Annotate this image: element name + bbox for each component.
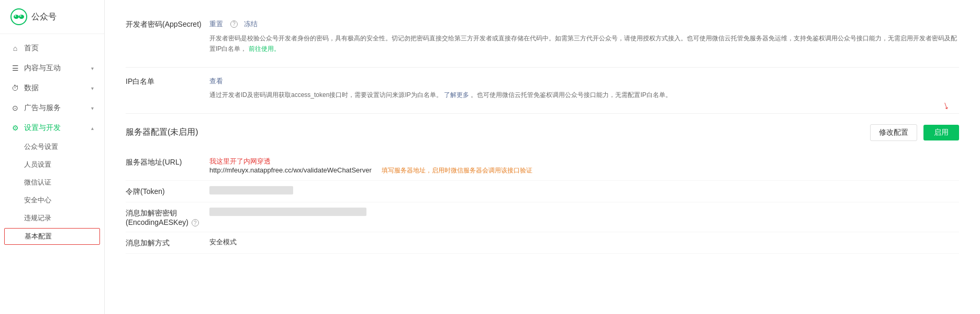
appsecret-link[interactable]: 前往使用。 <box>249 45 280 52</box>
server-url-value: 我这里开了内网穿透 http://mfeuyx.natappfree.cc/wx… <box>209 157 959 175</box>
home-icon: ⌂ <box>10 44 20 53</box>
content-area: 开发者密码(AppSecret) 重置 ? 冻结 开发者密码是校验公众号开发者身… <box>105 0 980 314</box>
server-config-title: 服务器配置(未启用) <box>126 127 198 138</box>
encoding-key-label-text: 消息加解密密钥(EncodingAESKey) <box>126 209 188 226</box>
sidebar-item-settings[interactable]: ⚙ 设置与开发 ▴ <box>0 118 104 138</box>
sidebar-item-violation-label: 违规记录 <box>24 213 51 223</box>
appsecret-actions: 重置 ? 冻结 <box>209 19 959 30</box>
server-url-row: 服务器地址(URL) 我这里开了内网穿透 http://mfeuyx.natap… <box>126 151 959 181</box>
sidebar-item-basic-config-label: 基本配置 <box>25 232 52 241</box>
sidebar-item-staff-settings[interactable]: 人员设置 <box>0 156 104 174</box>
chevron-up-icon: ▴ <box>91 125 94 131</box>
enable-button[interactable]: 启用 <box>923 125 959 140</box>
svg-point-1 <box>14 15 19 19</box>
encoding-help-icon[interactable]: ? <box>192 219 199 226</box>
svg-point-2 <box>19 15 24 19</box>
appsecret-section: 开发者密码(AppSecret) 重置 ? 冻结 开发者密码是校验公众号开发者身… <box>126 10 959 68</box>
logo-text: 公众号 <box>31 12 57 23</box>
content-icon: ☰ <box>10 63 20 73</box>
ads-icon: ⊙ <box>10 103 20 113</box>
sidebar-item-security[interactable]: 安全中心 <box>0 191 104 209</box>
logo-icon <box>10 8 27 25</box>
ip-whitelist-desc: 通过开发者ID及密码调用获取access_token接口时，需要设置访问来源IP… <box>209 90 959 100</box>
appsecret-label: 开发者密码(AppSecret) <box>126 19 209 29</box>
learn-more-link[interactable]: 了解更多 <box>444 91 469 99</box>
help-icon[interactable]: ? <box>230 20 238 28</box>
ip-whitelist-desc2: 。也可使用微信云托管免鉴权调用公众号接口能力，无需配置IP白名单。 <box>471 91 671 99</box>
sidebar-item-basic-config[interactable]: 基本配置 <box>4 228 100 245</box>
sidebar-item-ads-label: 广告与服务 <box>24 103 61 113</box>
token-label: 令牌(Token) <box>126 186 209 197</box>
logo-area: 公众号 <box>0 0 104 34</box>
view-whitelist-link[interactable]: 查看 <box>209 76 223 87</box>
ip-whitelist-desc-text: 通过开发者ID及密码调用获取access_token接口时，需要设置访问来源IP… <box>209 91 442 99</box>
server-header-actions: 修改配置 ↓ 启用 <box>870 124 959 141</box>
reset-link[interactable]: 重置 <box>209 19 223 30</box>
chevron-down-icon: ▾ <box>91 85 94 91</box>
encoding-key-blurred <box>209 208 366 216</box>
svg-point-3 <box>15 15 16 16</box>
sidebar-item-violation[interactable]: 违规记录 <box>0 209 104 227</box>
sidebar-item-account-settings[interactable]: 公众号设置 <box>0 138 104 156</box>
server-url-label: 服务器地址(URL) <box>126 157 209 167</box>
decrypt-mode-row: 消息加解方式 安全模式 <box>126 232 959 254</box>
url-hint-orange: 填写服务器地址，启用时微信服务器会调用该接口验证 <box>382 167 532 174</box>
appsecret-row: 开发者密码(AppSecret) 重置 ? 冻结 开发者密码是校验公众号开发者身… <box>126 19 959 55</box>
sidebar-item-content[interactable]: ☰ 内容与互动 ▾ <box>0 58 104 78</box>
sidebar: 公众号 ⌂ 首页 ☰ 内容与互动 ▾ ⏱ 数据 ▾ ⊙ 广告与服务 ▾ ⚙ 设置… <box>0 0 105 314</box>
appsecret-content: 重置 ? 冻结 开发者密码是校验公众号开发者身份的密码，具有极高的安全性。切记勿… <box>209 19 959 55</box>
appsecret-desc: 开发者密码是校验公众号开发者身份的密码，具有极高的安全性。切记勿把密码直接交给第… <box>209 33 959 55</box>
sidebar-item-data[interactable]: ⏱ 数据 ▾ <box>0 78 104 98</box>
sidebar-item-wechat-verify-label: 微信认证 <box>24 178 51 187</box>
sidebar-menu: ⌂ 首页 ☰ 内容与互动 ▾ ⏱ 数据 ▾ ⊙ 广告与服务 ▾ ⚙ 设置与开发 … <box>0 34 104 314</box>
appsecret-desc-text: 开发者密码是校验公众号开发者身份的密码，具有极高的安全性。切记勿把密码直接交给第… <box>209 35 957 52</box>
modify-config-button[interactable]: 修改配置 <box>870 124 917 141</box>
decrypt-mode-value: 安全模式 <box>209 237 959 247</box>
ip-whitelist-actions: 查看 <box>209 76 959 87</box>
sidebar-item-account-settings-label: 公众号设置 <box>24 142 58 151</box>
ip-whitelist-label: IP白名单 <box>126 76 209 86</box>
settings-submenu: 公众号设置 人员设置 微信认证 安全中心 违规记录 基本配置 <box>0 138 104 245</box>
token-value <box>209 186 959 195</box>
sidebar-item-security-label: 安全中心 <box>24 196 51 205</box>
server-config-header: 服务器配置(未启用) 修改配置 ↓ 启用 <box>126 124 959 141</box>
ip-whitelist-content: 查看 通过开发者ID及密码调用获取access_token接口时，需要设置访问来… <box>209 76 959 101</box>
sidebar-item-home[interactable]: ⌂ 首页 <box>0 38 104 58</box>
server-config-section: 服务器配置(未启用) 修改配置 ↓ 启用 服务器地址(URL) 我这里开了内网穿… <box>126 114 959 265</box>
token-blurred <box>209 186 293 194</box>
settings-icon: ⚙ <box>10 123 20 133</box>
sidebar-item-ads[interactable]: ⊙ 广告与服务 ▾ <box>0 98 104 118</box>
encoding-key-row: 消息加解密密钥(EncodingAESKey) ? <box>126 202 959 233</box>
sidebar-item-content-label: 内容与互动 <box>24 63 61 73</box>
sidebar-item-staff-settings-label: 人员设置 <box>24 160 51 169</box>
main-content: 开发者密码(AppSecret) 重置 ? 冻结 开发者密码是校验公众号开发者身… <box>105 0 980 314</box>
url-hint-red: 我这里开了内网穿透 <box>209 157 271 165</box>
data-icon: ⏱ <box>10 83 20 93</box>
encoding-key-label: 消息加解密密钥(EncodingAESKey) ? <box>126 208 209 227</box>
enable-button-wrapper: ↓ 启用 <box>923 125 959 140</box>
svg-point-4 <box>20 15 21 16</box>
token-row: 令牌(Token) <box>126 181 959 202</box>
server-url-text: http://mfeuyx.natappfree.cc/wx/validateW… <box>209 166 372 174</box>
chevron-down-icon: ▾ <box>91 105 94 111</box>
decrypt-mode-label: 消息加解方式 <box>126 237 209 248</box>
sidebar-item-wechat-verify[interactable]: 微信认证 <box>0 174 104 191</box>
encoding-key-value <box>209 208 959 216</box>
chevron-down-icon: ▾ <box>91 66 94 71</box>
sidebar-item-home-label: 首页 <box>24 44 39 53</box>
sidebar-item-data-label: 数据 <box>24 83 39 93</box>
freeze-link[interactable]: 冻结 <box>244 19 258 30</box>
sidebar-item-settings-label: 设置与开发 <box>24 123 61 133</box>
ip-whitelist-section: IP白名单 查看 通过开发者ID及密码调用获取access_token接口时，需… <box>126 68 959 114</box>
ip-whitelist-row: IP白名单 查看 通过开发者ID及密码调用获取access_token接口时，需… <box>126 76 959 101</box>
